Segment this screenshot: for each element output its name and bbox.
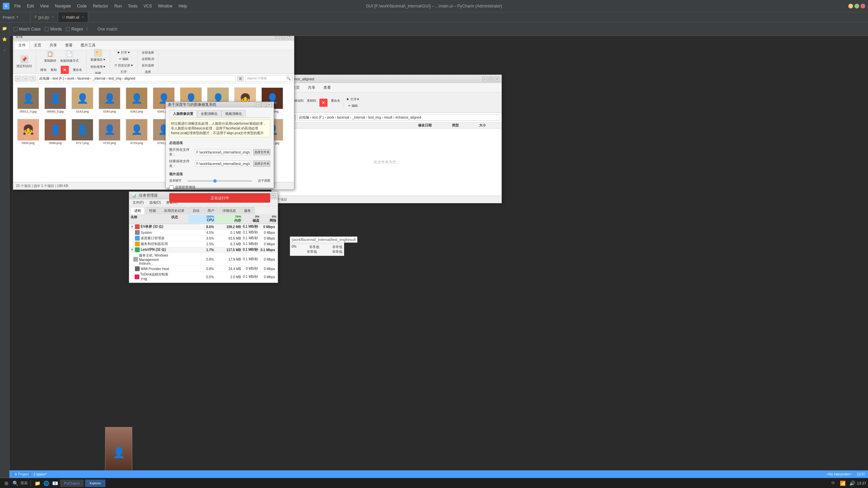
tm-tab-startup[interactable]: 启动 (189, 207, 203, 214)
dialog-maximize[interactable]: □ (261, 102, 266, 107)
tab-guipy[interactable]: P gui.py × (31, 12, 58, 22)
select-all-btn[interactable]: 全部选择 (140, 50, 155, 56)
tm-tab-users[interactable]: 用户 (204, 207, 218, 214)
quality-slider[interactable] (188, 180, 252, 182)
tm-menu-file[interactable]: 文件(F) (131, 200, 146, 205)
invert-select-btn[interactable]: 反向选择 (140, 63, 155, 68)
tm-header-cpu[interactable]: 100% CPU (188, 215, 215, 223)
fe-tab-share[interactable]: 共享 (46, 41, 61, 49)
menu-help[interactable]: Help (176, 2, 190, 10)
fe2-col-type[interactable]: 类型 (452, 123, 479, 128)
tm-header-mem[interactable]: 76% 内存 (215, 215, 242, 223)
dialog-tab-face[interactable]: 入脸图像设置 (169, 110, 197, 117)
fe2-open-btn[interactable]: ▶ 打开▼ (345, 97, 361, 102)
tm-header-disk[interactable]: 3% 磁盘 (242, 215, 259, 223)
address-path[interactable]: 此电脑 › text (F:) › work › facereal › _int… (38, 75, 236, 82)
taskbar-pycharm[interactable]: PyCharm (60, 480, 84, 487)
list-item[interactable]: 👤 0143.png (70, 86, 95, 115)
close-tab-mainui[interactable]: × (82, 15, 84, 19)
match-case-option[interactable]: Match Case (14, 27, 41, 32)
tm-tab-app-history[interactable]: 应用历史记录 (160, 207, 188, 214)
network-icon[interactable]: 📶 (839, 480, 846, 487)
input-folder-select-btn[interactable]: 选择文件夹 (253, 149, 270, 155)
easy-access-btn[interactable]: 轻松使用▼ (89, 64, 107, 70)
project-selector[interactable]: Project ▼ (0, 12, 31, 22)
table-row[interactable]: 服务和控制器应用 2.5% 6.3 MB 0.1 MB/秒 0 Mbps (129, 241, 278, 247)
tm-tab-services[interactable]: 服务 (240, 207, 255, 214)
search-button[interactable]: 🔍 (12, 480, 19, 487)
dialog-tab-full[interactable]: 全图清晰化 (197, 110, 221, 117)
fe-tab-home[interactable]: 主页 (30, 41, 45, 49)
table-row[interactable]: WMI Provider Host 0.8% 24.4 MB 0 MB/秒 0 … (129, 266, 278, 272)
up-button[interactable]: ↑ (29, 76, 36, 82)
fe2-maximize[interactable]: □ (489, 77, 493, 81)
fe2-close[interactable]: × (495, 77, 499, 81)
tab-mainui[interactable]: U main.ui × (58, 12, 88, 22)
bookmark-icon[interactable]: ⭐ (1, 36, 8, 43)
tm-tab-perf[interactable]: 性能 (145, 207, 160, 214)
run-button[interactable]: 正在运行中 (169, 193, 270, 203)
output-folder-field[interactable] (195, 161, 251, 167)
project-icon[interactable]: 📁 (1, 25, 8, 32)
pin-btn[interactable]: 📌 固定到访问 (15, 55, 33, 69)
fe2-col-size[interactable]: 大小 (479, 123, 499, 128)
menu-tools[interactable]: Tools (125, 2, 140, 10)
fe2-tab-share[interactable]: 共享 (304, 84, 319, 92)
menu-view[interactable]: View (37, 2, 52, 10)
statusbar-project[interactable]: ⚙ Project (12, 472, 31, 476)
menu-code[interactable]: Code (74, 2, 90, 10)
list-item[interactable]: 👤 0717.png (70, 118, 95, 154)
tm-tab-details[interactable]: 详细信息 (219, 207, 240, 214)
menu-navigate[interactable]: Navigate (52, 2, 74, 10)
taskbar-app-explorer[interactable]: Explorer (85, 480, 105, 487)
dialog-tab-video[interactable]: 视频清晰化 (221, 110, 246, 117)
input-folder-field[interactable] (195, 149, 251, 155)
tm-tab-process[interactable]: 进程 (131, 207, 145, 214)
table-row[interactable]: System 4.5% 0.1 MB 0.1 MB/秒 0 Mbps (129, 230, 278, 236)
fe2-copy-btn[interactable]: 复制到 (305, 98, 317, 107)
fe2-move-btn[interactable]: 移动到 (293, 98, 305, 107)
table-row[interactable]: ▼ LetsVPN (32 位) 1.7% 117.5 MB 0.1 MB/秒 … (129, 247, 278, 253)
forward-button[interactable]: → (22, 76, 29, 82)
tm-header-status[interactable]: 状态 (171, 215, 188, 223)
menu-edit[interactable]: Edit (24, 2, 37, 10)
output-folder-select-btn[interactable]: 选择文件夹 (253, 161, 270, 167)
tm-menu-options[interactable]: 选项(O) (147, 200, 163, 205)
list-item[interactable]: 👤 00011_0.jpg (16, 86, 40, 115)
fe2-col-name[interactable]: 名称 (274, 123, 418, 128)
language-icon[interactable]: 中 (829, 480, 837, 487)
taskbar-app-2[interactable]: 🌐 (42, 480, 50, 487)
list-item[interactable]: 👤 00050_0.jpg (43, 86, 67, 115)
menu-file[interactable]: File (12, 2, 23, 10)
fe-tab-view[interactable]: 查看 (61, 41, 76, 49)
delete-btn[interactable]: ✕ (59, 65, 70, 75)
expand-icon[interactable]: ▼ (131, 248, 134, 251)
fe2-col-date[interactable]: 修改日期 (418, 123, 452, 128)
words-option[interactable]: Words (45, 27, 62, 32)
todo-icon[interactable]: ✓ (1, 47, 8, 54)
copy-btn[interactable]: 📋 复制路径 (43, 49, 58, 64)
table-row[interactable]: 桌面窗口管理器 3.6% 83.6 MB 0.1 MB/秒 0 Mbps (129, 236, 278, 241)
words-checkbox[interactable] (45, 27, 49, 31)
fe2-delete-btn[interactable]: ✕ (318, 98, 329, 107)
move-btn[interactable]: 移动 (39, 67, 48, 73)
regex-checkbox[interactable] (66, 27, 70, 31)
close-button[interactable] (861, 4, 865, 8)
fe2-tab-view[interactable]: 查看 (320, 84, 335, 92)
history-btn[interactable]: ⏱ 历史记录▼ (113, 63, 135, 68)
statusbar-interpreter[interactable]: <No interpreter> (827, 472, 851, 476)
volume-icon[interactable]: 🔊 (848, 480, 856, 487)
bg-enhance-checkbox[interactable] (169, 185, 174, 190)
taskbar-app-1[interactable]: 📁 (34, 480, 41, 487)
view-toggle[interactable]: ⊞ (237, 76, 244, 82)
fe2-rename-btn[interactable]: 重命名 (330, 98, 341, 107)
close-tab-guipy[interactable]: × (52, 15, 54, 19)
regex-option[interactable]: Regex 7 (66, 27, 88, 32)
dialog-close[interactable]: × (267, 102, 272, 107)
taskbar-app-3[interactable]: 📧 (51, 480, 59, 487)
match-case-checkbox[interactable] (14, 27, 18, 31)
tm-header-name[interactable]: 名称 (131, 215, 171, 223)
search-icon-2[interactable]: 搜索 (20, 480, 28, 487)
expand-icon[interactable]: ▼ (131, 225, 134, 228)
table-row[interactable]: ▼ EV录屏 (32 位) 8.6% 199.2 MB 0.1 MB/秒 0 M… (129, 224, 278, 230)
